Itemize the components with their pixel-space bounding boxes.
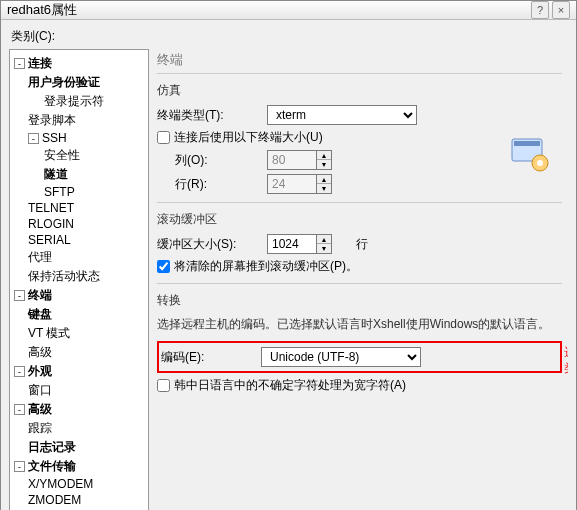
cjk-wide-label: 韩中日语言中的不确定字符处理为宽字符(A) (174, 377, 406, 394)
buffer-unit: 行 (356, 236, 368, 253)
cols-spinner[interactable]: ▲▼ (267, 150, 332, 170)
tree-telnet[interactable]: TELNET (12, 200, 146, 216)
tree-file-transfer[interactable]: 文件传输 (28, 459, 76, 473)
encoding-label: 编码(E): (161, 349, 261, 366)
use-size-label: 连接后使用以下终端大小(U) (174, 129, 323, 146)
tree-terminal[interactable]: 终端 (28, 288, 52, 302)
tree-ssh[interactable]: SSH (42, 131, 67, 145)
use-size-checkbox[interactable] (157, 131, 170, 144)
buffer-spinner[interactable]: ▲▼ (267, 234, 332, 254)
tree-keyboard[interactable]: 键盘 (12, 305, 146, 324)
properties-dialog: redhat6属性 ? × 类别(C): -连接 用户身份验证 登录提示符 登录… (0, 0, 577, 510)
expand-icon[interactable]: - (14, 366, 25, 377)
buffer-input[interactable] (267, 234, 317, 254)
term-type-label: 终端类型(T): (157, 107, 267, 124)
buffer-label: 缓冲区大小(S): (157, 236, 267, 253)
tree-zmodem[interactable]: ZMODEM (12, 492, 146, 508)
expand-icon[interactable]: - (14, 290, 25, 301)
svg-point-3 (537, 160, 543, 166)
panel-heading: 终端 (157, 49, 562, 74)
tree-proxy[interactable]: 代理 (12, 248, 146, 267)
emulation-group: 仿真 (157, 82, 562, 99)
tree-advanced[interactable]: 高级 (28, 402, 52, 416)
tree-window[interactable]: 窗口 (12, 381, 146, 400)
tree-auth[interactable]: 用户身份验证 (12, 73, 146, 92)
tree-sftp[interactable]: SFTP (12, 184, 146, 200)
expand-icon[interactable]: - (14, 461, 25, 472)
tree-connection[interactable]: 连接 (28, 56, 52, 70)
tree-appearance[interactable]: 外观 (28, 364, 52, 378)
help-icon[interactable]: ? (531, 1, 549, 19)
spin-down-icon[interactable]: ▼ (317, 160, 331, 169)
convert-desc: 选择远程主机的编码。已选择默认语言时Xshell使用Windows的默认语言。 (157, 315, 562, 333)
spin-up-icon[interactable]: ▲ (317, 175, 331, 184)
push-cleared-label: 将清除的屏幕推到滚动缓冲区(P)。 (174, 258, 358, 275)
expand-icon[interactable]: - (28, 133, 39, 144)
rows-input[interactable] (267, 174, 317, 194)
svg-rect-1 (514, 141, 540, 146)
rows-label: 行(R): (175, 176, 267, 193)
expand-icon[interactable]: - (14, 58, 25, 69)
tree-advanced-term[interactable]: 高级 (12, 343, 146, 362)
cols-input[interactable] (267, 150, 317, 170)
tree-serial[interactable]: SERIAL (12, 232, 146, 248)
tree-tracking[interactable]: 跟踪 (12, 419, 146, 438)
tree-login-script[interactable]: 登录脚本 (12, 111, 146, 130)
tree-logging[interactable]: 日志记录 (12, 438, 146, 457)
tree-security[interactable]: 安全性 (12, 146, 146, 165)
spin-up-icon[interactable]: ▲ (317, 151, 331, 160)
category-tree[interactable]: -连接 用户身份验证 登录提示符 登录脚本 -SSH 安全性 隧道 SFTP T… (9, 49, 149, 510)
term-type-select[interactable]: xterm (267, 105, 417, 125)
spin-down-icon[interactable]: ▼ (317, 184, 331, 193)
tree-tunnel[interactable]: 隧道 (12, 165, 146, 184)
terminal-gear-icon (510, 137, 550, 173)
red-annotation: 选择编码类型 (564, 345, 568, 376)
tree-xymodem[interactable]: X/YMODEM (12, 476, 146, 492)
tree-login-prompt[interactable]: 登录提示符 (12, 92, 146, 111)
tree-vtmode[interactable]: VT 模式 (12, 324, 146, 343)
convert-group: 转换 (157, 292, 562, 309)
encoding-select[interactable]: Unicode (UTF-8) (261, 347, 421, 367)
titlebar[interactable]: redhat6属性 ? × (1, 1, 576, 20)
rows-spinner[interactable]: ▲▼ (267, 174, 332, 194)
category-label: 类别(C): (11, 28, 568, 45)
cjk-wide-checkbox[interactable] (157, 379, 170, 392)
push-cleared-checkbox[interactable] (157, 260, 170, 273)
tree-keepalive[interactable]: 保持活动状态 (12, 267, 146, 286)
spin-up-icon[interactable]: ▲ (317, 235, 331, 244)
close-icon[interactable]: × (552, 1, 570, 19)
spin-down-icon[interactable]: ▼ (317, 244, 331, 253)
window-title: redhat6属性 (7, 1, 528, 19)
encoding-highlight: 编码(E): Unicode (UTF-8) 选择编码类型 (157, 341, 562, 373)
cols-label: 列(O): (175, 152, 267, 169)
expand-icon[interactable]: - (14, 404, 25, 415)
scroll-group: 滚动缓冲区 (157, 211, 562, 228)
tree-rlogin[interactable]: RLOGIN (12, 216, 146, 232)
settings-panel: 终端 仿真 终端类型(T): xterm (157, 49, 568, 510)
